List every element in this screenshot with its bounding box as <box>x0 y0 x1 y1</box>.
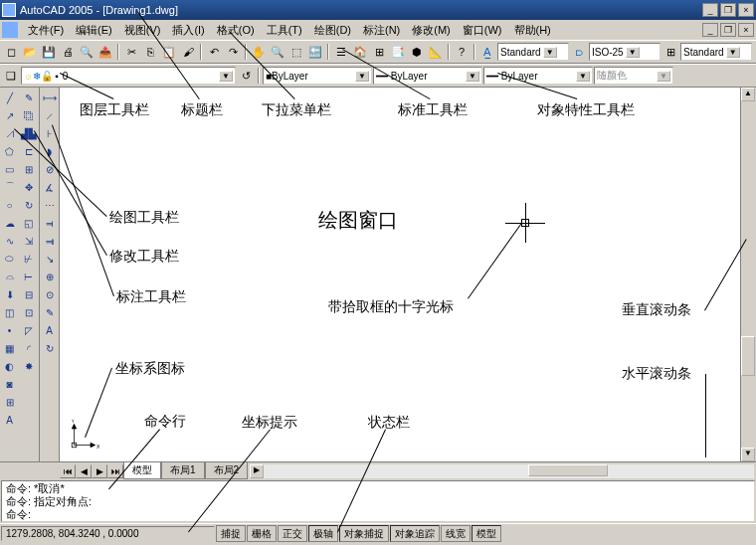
array-icon[interactable]: ⊞ <box>19 160 38 178</box>
menu-item[interactable]: 编辑(E) <box>70 22 118 38</box>
line-icon[interactable]: ╱ <box>0 89 19 106</box>
menu-item[interactable]: 工具(T) <box>261 22 308 38</box>
arc-icon[interactable]: ⌒ <box>0 178 19 196</box>
mtext-icon[interactable]: A <box>0 411 19 429</box>
xline-icon[interactable]: ↗ <box>0 106 19 124</box>
print-icon[interactable]: 🖨 <box>59 43 77 61</box>
menu-item[interactable]: 修改(M) <box>406 22 457 38</box>
dim-center-icon[interactable]: ⊙ <box>40 285 59 303</box>
region-icon[interactable]: ◙ <box>0 375 19 393</box>
polygon-icon[interactable]: ⬠ <box>0 142 19 160</box>
break-icon[interactable]: ⊡ <box>19 303 38 321</box>
open-icon[interactable]: 📂 <box>21 43 39 61</box>
dim-tolerance-icon[interactable]: ⊕ <box>40 268 59 285</box>
dim-update-icon[interactable]: ↻ <box>40 339 59 357</box>
gradient-icon[interactable]: ◐ <box>0 357 19 375</box>
textstyle-icon[interactable]: A̲ <box>478 43 496 61</box>
vertical-scrollbar[interactable]: ▲ ▼ <box>740 88 756 461</box>
tablestyle-dropdown[interactable]: Standard▼ <box>680 43 752 61</box>
menu-item[interactable]: 格式(O) <box>211 22 261 38</box>
hscroll-thumb[interactable] <box>528 464 608 476</box>
status-栅格[interactable]: 栅格 <box>247 525 277 542</box>
zoom-rt-icon[interactable]: 🔍 <box>269 43 286 61</box>
hatch-icon[interactable]: ▦ <box>0 339 19 357</box>
help-icon[interactable]: ? <box>453 43 471 61</box>
tablestyle-icon[interactable]: ⊞ <box>662 43 679 61</box>
scale-icon[interactable]: ◱ <box>19 214 38 232</box>
copy-icon[interactable]: ⎘ <box>141 43 159 61</box>
drawing-window[interactable]: 绘图窗口 YX <box>60 88 740 461</box>
redo-icon[interactable]: ↷ <box>224 43 242 61</box>
dim-quick-icon[interactable]: ⋯ <box>40 196 59 214</box>
dim-ordinate-icon[interactable]: ⊦ <box>40 124 59 142</box>
mdi-minimize-button[interactable]: _ <box>702 23 718 37</box>
dim-aligned-icon[interactable]: ⟋ <box>40 106 59 124</box>
table-icon[interactable]: ⊞ <box>0 393 19 411</box>
zoom-win-icon[interactable]: ⬚ <box>287 43 305 61</box>
trim-icon[interactable]: ⊬ <box>19 250 38 268</box>
sheet-set-icon[interactable]: 📑 <box>389 43 407 61</box>
new-icon[interactable]: ◻ <box>2 43 20 61</box>
block-icon[interactable]: ◫ <box>0 303 19 321</box>
tab-layout1[interactable]: 布局1 <box>161 462 205 479</box>
zoom-prev-icon[interactable]: 🔙 <box>306 43 324 61</box>
publish-icon[interactable]: 📤 <box>96 43 114 61</box>
tool-palette-icon[interactable]: ⊞ <box>370 43 388 61</box>
scroll-right-button[interactable]: ▶ <box>250 464 264 478</box>
revcloud-icon[interactable]: ☁ <box>0 214 19 232</box>
tab-next-button[interactable]: ▶ <box>92 464 107 478</box>
copy-obj-icon[interactable]: ⿻ <box>19 106 38 124</box>
rotate-icon[interactable]: ↻ <box>19 196 38 214</box>
undo-icon[interactable]: ↶ <box>205 43 223 61</box>
cmd-prompt[interactable]: 命令: <box>6 508 750 521</box>
dimstyle-dropdown[interactable]: ISO-25▼ <box>589 43 661 61</box>
match-icon[interactable]: 🖌 <box>179 43 197 61</box>
ellipse-arc-icon[interactable]: ⌓ <box>0 268 19 285</box>
preview-icon[interactable]: 🔍 <box>78 43 95 61</box>
fillet-icon[interactable]: ◜ <box>19 339 38 357</box>
linetype-dropdown[interactable]: ━━ ByLayer▼ <box>373 67 482 85</box>
status-极轴[interactable]: 极轴 <box>308 525 338 542</box>
close-button[interactable]: × <box>738 3 754 17</box>
dim-radius-icon[interactable]: ◗ <box>40 142 59 160</box>
command-line[interactable]: 命令: *取消* 命令: 指定对角点: 命令: <box>1 480 755 522</box>
menu-item[interactable]: 窗口(W) <box>457 22 508 38</box>
spline-icon[interactable]: ∿ <box>0 232 19 250</box>
color-dropdown[interactable]: ■ByLayer▼ <box>263 67 372 85</box>
dim-continue-icon[interactable]: ⫥ <box>40 232 59 250</box>
scroll-thumb[interactable] <box>741 336 755 376</box>
menu-item[interactable]: 帮助(H) <box>508 22 557 38</box>
tab-last-button[interactable]: ⏭ <box>107 464 123 478</box>
menu-item[interactable]: 视图(V) <box>118 22 167 38</box>
tab-model[interactable]: 模型 <box>123 462 161 479</box>
calc-icon[interactable]: 📐 <box>427 43 445 61</box>
menu-item[interactable]: 文件(F) <box>22 22 70 38</box>
mirror-icon[interactable]: ▟▙ <box>19 124 38 142</box>
lineweight-dropdown[interactable]: ━━ ByLayer▼ <box>483 67 593 85</box>
dim-leader-icon[interactable]: ↘ <box>40 250 59 268</box>
markup-icon[interactable]: ⬢ <box>408 43 426 61</box>
break-pt-icon[interactable]: ⊟ <box>19 285 38 303</box>
rectangle-icon[interactable]: ▭ <box>0 160 19 178</box>
scroll-up-button[interactable]: ▲ <box>741 88 755 101</box>
layer-dropdown[interactable]: ☼❄🔓▪ 0 ▼ <box>21 67 236 85</box>
dim-diameter-icon[interactable]: ⊘ <box>40 160 59 178</box>
erase-icon[interactable]: ✎ <box>19 89 38 106</box>
status-线宽[interactable]: 线宽 <box>441 525 471 542</box>
dimstyle-icon[interactable]: ⫐ <box>570 43 588 61</box>
dim-linear-icon[interactable]: ⟼ <box>40 89 59 106</box>
minimize-button[interactable]: _ <box>702 3 718 17</box>
save-icon[interactable]: 💾 <box>40 43 58 61</box>
properties-icon[interactable]: ☰ <box>332 43 350 61</box>
pan-icon[interactable]: ✋ <box>250 43 268 61</box>
circle-icon[interactable]: ○ <box>0 196 19 214</box>
textstyle-dropdown[interactable]: Standard▼ <box>497 43 569 61</box>
layer-prev-icon[interactable]: ↺ <box>237 67 255 85</box>
menu-item[interactable]: 绘图(D) <box>308 22 357 38</box>
dim-angular-icon[interactable]: ∡ <box>40 178 59 196</box>
dim-tedit-icon[interactable]: A <box>40 321 59 339</box>
insert-icon[interactable]: ⬇ <box>0 285 19 303</box>
ellipse-icon[interactable]: ⬭ <box>0 250 19 268</box>
maximize-button[interactable]: ❐ <box>720 3 736 17</box>
scroll-down-button[interactable]: ▼ <box>741 448 755 461</box>
